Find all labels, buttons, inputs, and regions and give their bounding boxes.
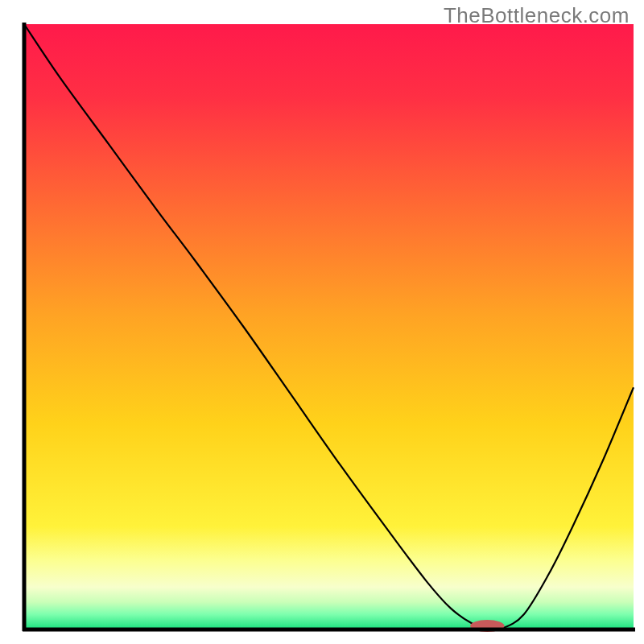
chart-container: { "watermark": "TheBottleneck.com", "plo… bbox=[0, 0, 644, 644]
gradient-background bbox=[24, 24, 634, 630]
bottleneck-chart bbox=[0, 0, 644, 644]
watermark-text: TheBottleneck.com bbox=[444, 3, 630, 28]
